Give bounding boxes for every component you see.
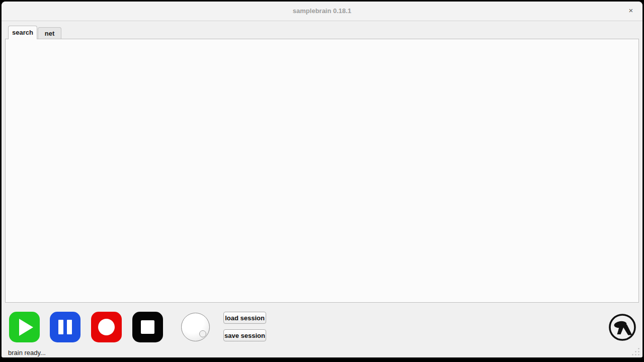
pause-icon (58, 320, 72, 334)
close-icon[interactable]: × (626, 6, 635, 15)
record-button[interactable] (91, 312, 122, 342)
window-title: samplebrain 0.18.1 (2, 7, 642, 15)
search-tab-panel (5, 39, 639, 303)
desktop-background: samplebrain 0.18.1 × search net brain tw… (0, 0, 644, 362)
title-bar[interactable]: samplebrain 0.18.1 × (2, 2, 642, 21)
volume-knob[interactable] (181, 313, 210, 341)
knob-indicator (199, 330, 206, 337)
tab-search[interactable]: search (8, 26, 37, 39)
stop-button[interactable] (132, 312, 163, 342)
pause-button[interactable] (50, 312, 80, 342)
stop-icon (141, 320, 154, 334)
status-text: brain ready... (8, 349, 46, 356)
play-button[interactable] (9, 312, 40, 342)
record-icon (98, 319, 115, 335)
samplebrain-window: samplebrain 0.18.1 × search net brain tw… (2, 2, 642, 357)
tab-net[interactable]: net (38, 27, 61, 39)
resize-grip[interactable] (631, 347, 640, 356)
load-session-button[interactable]: load session (223, 312, 266, 324)
play-icon (19, 319, 33, 336)
aphex-twin-logo (608, 313, 637, 342)
save-session-button[interactable]: save session (223, 329, 266, 341)
